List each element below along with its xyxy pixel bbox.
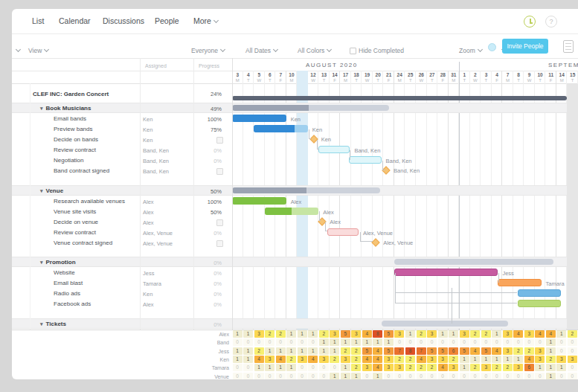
task-name[interactable]: Venue site visits [54, 208, 96, 215]
task-bar[interactable] [349, 156, 382, 164]
availability-cell: 4 [438, 364, 448, 371]
task-name[interactable]: Website [54, 269, 75, 276]
day-letter: T [459, 78, 470, 83]
everyone-dropdown[interactable]: Everyone [191, 47, 225, 54]
milestone-checkbox[interactable] [216, 168, 223, 175]
nav-tab-calendar[interactable]: Calendar [59, 16, 91, 25]
nav-tab-list[interactable]: List [32, 16, 44, 25]
availability-cell: 5 [341, 330, 350, 338]
availability-cell: 3 [535, 356, 545, 363]
task-name[interactable]: Preview bands [54, 126, 92, 132]
chevron-down-icon [220, 47, 225, 52]
group-summary-bar[interactable] [232, 105, 389, 111]
task-name[interactable]: ▾Tickets [40, 321, 66, 327]
group-summary-bar[interactable] [394, 259, 553, 265]
collapse-caret-icon[interactable]: ▾ [40, 260, 43, 265]
milestone-checkbox[interactable] [216, 240, 223, 247]
collapse-caret-icon[interactable]: ▾ [40, 188, 43, 193]
cutoff-dropdown-chevron-icon[interactable] [13, 47, 20, 54]
day-number: 27 [427, 72, 438, 77]
view-dropdown[interactable]: View [28, 47, 48, 54]
task-row: WebsiteJess0% [12, 267, 232, 277]
task-name[interactable]: Band contract signed [54, 167, 109, 174]
task-name[interactable]: Radio ads [54, 290, 80, 297]
task-name[interactable]: Email blast [54, 280, 83, 286]
milestone-checkbox[interactable] [216, 219, 223, 226]
nav-tab-discussions[interactable]: Discussions [103, 16, 144, 25]
availability-cell: 0 [460, 338, 469, 346]
availability-cell: 3 [460, 330, 469, 338]
task-name[interactable]: Facebook ads [54, 301, 91, 307]
task-name[interactable]: Research available venues [54, 198, 125, 205]
availability-cell: 0 [449, 373, 458, 379]
task-name[interactable]: Negotiation [54, 157, 83, 164]
project-summary-bar[interactable] [232, 96, 567, 100]
task-row: Review contractAlex, Venue0% [12, 227, 232, 237]
task-name[interactable]: ▾Promotion [40, 259, 76, 266]
task-bar[interactable] [518, 289, 561, 297]
help-icon[interactable]: ? [545, 16, 557, 28]
availability-cell: 2 [394, 356, 404, 363]
history-clock-icon[interactable] [524, 16, 536, 28]
availability-cell: 0 [276, 373, 286, 379]
day-number: 15 [567, 72, 578, 77]
group-summary-bar[interactable] [232, 187, 380, 193]
task-name[interactable]: Venue contract signed [54, 240, 112, 246]
task-bar[interactable] [232, 197, 286, 205]
task-bar[interactable] [327, 228, 359, 236]
invite-people-button[interactable]: Invite People [502, 39, 548, 54]
availability-cell: 1 [243, 347, 253, 355]
color-filter-toggle[interactable] [488, 43, 496, 51]
task-bar-label: Alex [291, 199, 302, 205]
task-name[interactable]: Review contract [54, 229, 96, 236]
group-summary-bar[interactable] [382, 321, 508, 327]
availability-cell: 2 [546, 356, 556, 363]
day-letter: T [405, 78, 416, 83]
day-number: 7 [502, 72, 513, 77]
hide-completed-checkbox[interactable] [350, 48, 356, 54]
collapse-caret-icon[interactable]: ▾ [40, 321, 43, 327]
dependency-connector [319, 211, 321, 221]
task-name[interactable]: Review contract [54, 147, 96, 153]
task-bar[interactable] [254, 125, 308, 132]
day-letter: W [362, 78, 373, 83]
day-number: 21 [383, 72, 394, 77]
availability-cell: 2 [351, 356, 361, 363]
task-row: ▾Book Musicians49% [12, 103, 232, 113]
task-name[interactable]: CLEF INC: Garden Concert [33, 91, 109, 97]
progress-cell: 100% [140, 199, 222, 205]
availability-cell: 1 [449, 330, 458, 338]
task-name[interactable]: Decide on venue [54, 219, 98, 225]
day-number: 17 [340, 72, 351, 77]
zoom-dropdown[interactable]: Zoom [459, 47, 482, 54]
nav-tab-people[interactable]: People [155, 16, 179, 25]
availability-cell: 0 [492, 373, 501, 379]
task-bar[interactable] [518, 300, 561, 307]
task-name[interactable]: ▾Book Musicians [40, 105, 91, 112]
availability-cell: 7 [417, 347, 426, 355]
availability-cell: 0 [438, 373, 448, 379]
availability-cell: 5 [460, 347, 469, 355]
availability-cell: 1 [243, 330, 253, 338]
availability-cell: 0 [568, 364, 577, 371]
task-name[interactable]: ▾Venue [40, 187, 63, 194]
availability-cell: 1 [233, 347, 243, 355]
task-name[interactable]: Email bands [54, 115, 86, 122]
task-bar[interactable] [318, 146, 350, 153]
nav-tab-more[interactable]: More [193, 16, 218, 25]
day-number: 13 [318, 72, 330, 77]
task-name[interactable]: Decide on bands [54, 136, 98, 143]
availability-cell: 2 [405, 356, 415, 363]
all-colors-dropdown[interactable]: All Colors [298, 47, 331, 54]
availability-cell: 0 [298, 338, 307, 346]
day-number: 10 [535, 72, 546, 77]
task-bar[interactable] [265, 208, 319, 215]
collapse-caret-icon[interactable]: ▾ [40, 106, 43, 111]
availability-cell: 4 [362, 356, 372, 363]
milestone-checkbox[interactable] [216, 137, 223, 144]
all-dates-dropdown[interactable]: All Dates [245, 47, 277, 54]
day-letter: F [383, 78, 394, 83]
export-print-icon[interactable] [563, 40, 574, 53]
availability-cell: 1 [254, 364, 264, 371]
task-bar[interactable] [232, 115, 286, 122]
